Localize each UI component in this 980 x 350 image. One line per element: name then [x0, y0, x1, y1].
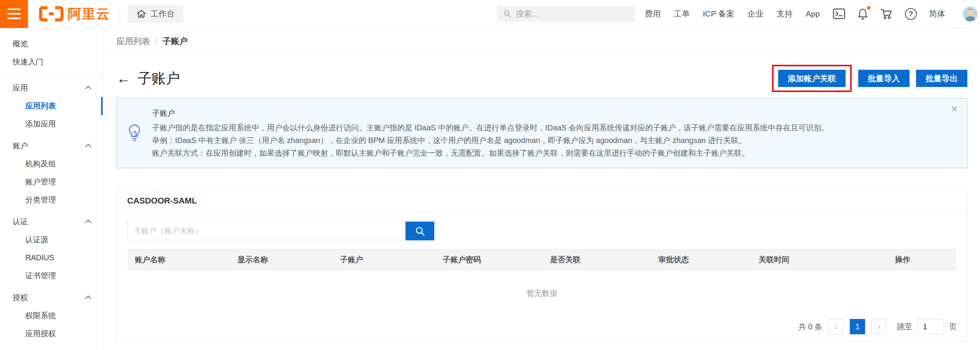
nav-billing[interactable]: 费用: [645, 8, 661, 19]
user-avatar[interactable]: [963, 7, 978, 21]
next-page-button[interactable]: ›: [871, 319, 887, 334]
info-title: 子账户: [152, 107, 829, 120]
info-text: 子账户 子账户指的是在指定应用系统中，用户会以什么身份进行访问。主账户指的是 I…: [152, 107, 829, 159]
console-terminal-icon[interactable]: [833, 8, 845, 19]
column-account-name: 账户名称: [127, 255, 230, 265]
breadcrumb: 应用列表 / 子账户: [103, 28, 980, 55]
sidebar-section-authentication[interactable]: 认证: [0, 213, 103, 231]
search-icon: [503, 9, 512, 18]
app-card: CASDOOR-SAML 账户名称 显示名称: [116, 190, 967, 342]
top-divider: [119, 8, 119, 19]
batch-export-button[interactable]: 批量导出: [916, 70, 967, 87]
nav-icp[interactable]: ICP 备案: [703, 8, 734, 19]
bulb-icon: [117, 107, 152, 159]
sidebar-section-applications[interactable]: 应用: [0, 79, 103, 97]
column-is-linked: 是否关联: [542, 255, 651, 265]
chevron-up-icon: [85, 144, 92, 150]
chevron-up-icon: [85, 296, 92, 302]
info-line-1: 子账户指的是在指定应用系统中，用户会以什么身份进行访问。主账户指的是 IDaaS…: [152, 122, 829, 134]
close-icon[interactable]: ×: [951, 103, 958, 115]
chevron-up-icon: [85, 220, 92, 226]
nav-enterprise[interactable]: 企业: [748, 8, 764, 19]
title-row: ← 子账户 添加账户关联 批量导入 批量导出: [116, 65, 967, 92]
jump-to-label: 跳至: [897, 322, 912, 332]
info-line-3: 账户关联方式：在应用创建时，如果选择了账户映射，即默认主账户和子账户完全一致，无…: [152, 147, 829, 159]
column-display-name: 显示名称: [230, 255, 332, 265]
card-title: CASDOOR-SAML: [117, 190, 967, 212]
help-icon[interactable]: ?: [905, 8, 917, 20]
total-count: 共 0 条: [798, 322, 822, 332]
page-title: 子账户: [137, 69, 180, 88]
batch-import-button[interactable]: 批量导入: [858, 70, 910, 87]
sidebar-item-add-app[interactable]: 添加应用: [0, 115, 103, 133]
sidebar-section-authorization[interactable]: 授权: [0, 289, 103, 307]
pagination: 共 0 条 ‹ 1 › 跳至 页: [127, 319, 957, 334]
global-search-box[interactable]: [497, 6, 635, 22]
notification-dot: [867, 6, 870, 10]
sidebar-divider: [0, 75, 103, 75]
sidebar-item-app-list[interactable]: 应用列表: [0, 97, 103, 115]
top-bar: 阿里云 工作台 费用 工单 ICP 备案 企业 支持 App: [0, 0, 980, 28]
top-nav: 费用 工单 ICP 备案 企业 支持 App: [645, 8, 958, 20]
sidebar-item-account-mgmt[interactable]: 账户管理: [0, 173, 103, 191]
nav-support[interactable]: 支持: [777, 8, 793, 19]
brand-name: 阿里云: [68, 5, 110, 23]
title-actions: 添加账户关联 批量导入 批量导出: [772, 65, 967, 92]
sidebar-item-category-mgmt[interactable]: 分类管理: [0, 191, 103, 209]
annotation-highlight-box: 添加账户关联: [772, 65, 852, 92]
sidebar-item-overview[interactable]: 概览: [0, 35, 103, 53]
notification-bell-icon[interactable]: [857, 8, 868, 20]
sidebar: 概览 快速入门 应用 应用列表 添加应用 账户 机构及组 账户管理 分类管理 认…: [0, 28, 103, 350]
column-link-time: 关联时间: [751, 255, 849, 265]
home-icon: [136, 9, 146, 18]
workbench-label: 工作台: [151, 8, 175, 19]
sidebar-item-app-authorization[interactable]: 应用授权: [0, 325, 103, 343]
sidebar-item-quickstart[interactable]: 快速入门: [0, 53, 103, 71]
primary-account-search-input[interactable]: [127, 222, 406, 240]
sidebar-item-cert-mgmt[interactable]: 证书管理: [0, 267, 103, 285]
sidebar-item-permission-system[interactable]: 权限系统: [0, 307, 103, 325]
nav-tickets[interactable]: 工单: [674, 8, 690, 19]
column-sub-account: 子账户: [332, 255, 435, 265]
account-search-button[interactable]: [406, 222, 434, 240]
workbench-button[interactable]: 工作台: [128, 5, 183, 23]
breadcrumb-separator: /: [155, 36, 157, 46]
table-header-row: 账户名称 显示名称 子账户 子账户密码 是否关联 审批状态 关联时间 操作: [127, 249, 957, 271]
back-arrow-icon[interactable]: ←: [116, 71, 131, 85]
column-approval-status: 审批状态: [651, 255, 751, 265]
account-search-row: [127, 222, 957, 240]
add-account-link-button[interactable]: 添加账户关联: [778, 70, 846, 87]
current-page-button[interactable]: 1: [850, 319, 865, 334]
info-banner: × 子账户 子账户指的是在指定应用系统中，用户会以什么身份进行访问。主账户指的是…: [116, 98, 967, 168]
page-unit-label: 页: [949, 322, 957, 332]
info-line-2: 举例：IDaaS 中有主账户 张三（用户名 zhangsan），在企业的 BPM…: [152, 134, 829, 147]
breadcrumb-app-list[interactable]: 应用列表: [116, 36, 150, 47]
column-sub-account-password: 子账户密码: [435, 255, 542, 265]
page-content: ← 子账户 添加账户关联 批量导入 批量导出 ×: [103, 55, 980, 342]
page-jump-input[interactable]: [917, 319, 944, 334]
chevron-up-icon: [85, 86, 92, 92]
global-search-input[interactable]: [516, 9, 630, 18]
shopping-cart-icon[interactable]: [880, 8, 893, 20]
card-body: 账户名称 显示名称 子账户 子账户密码 是否关联 审批状态 关联时间 操作 暂无…: [117, 212, 967, 342]
hamburger-menu-icon[interactable]: [0, 0, 28, 28]
breadcrumb-current: 子账户: [162, 36, 188, 47]
locale-switcher[interactable]: 简体: [929, 8, 945, 19]
sidebar-item-auth-source[interactable]: 认证源: [0, 231, 103, 249]
brand-bracket-icon: [38, 6, 64, 22]
main-area: 应用列表 / 子账户 ← 子账户 添加账户关联 批量导入 批量导出 ×: [103, 28, 980, 350]
sidebar-section-accounts[interactable]: 账户: [0, 137, 103, 155]
sidebar-item-radius[interactable]: RADIUS: [0, 249, 103, 267]
alibaba-cloud-logo[interactable]: 阿里云: [38, 5, 110, 23]
column-actions: 操作: [849, 255, 957, 265]
sidebar-item-org-groups[interactable]: 机构及组: [0, 155, 103, 173]
empty-state: 暂无数据: [127, 271, 957, 316]
search-icon: [415, 226, 425, 237]
prev-page-button[interactable]: ‹: [828, 319, 844, 334]
nav-app[interactable]: App: [806, 9, 820, 18]
